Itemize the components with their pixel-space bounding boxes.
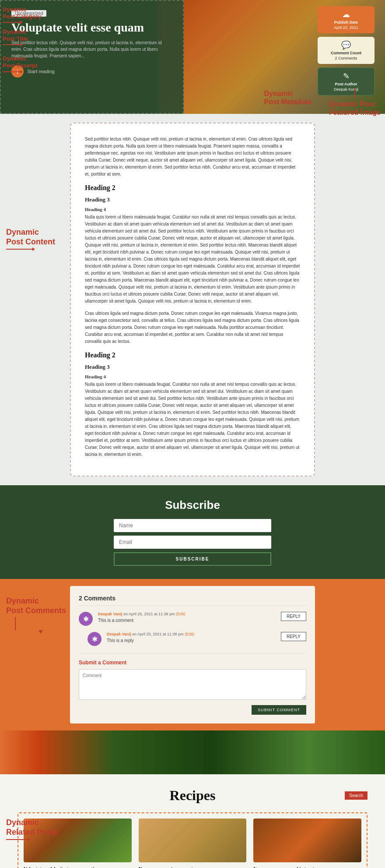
content-p1: Sed porttitor lectus nibh. Quisque velit… (85, 136, 300, 178)
publish-date-card: ☁ Publish Date April 22, 2021 (318, 6, 374, 33)
content-h3-1: Heading 3 (85, 196, 300, 203)
subscribe-button[interactable]: SUBSCRIBE (114, 552, 271, 566)
reply-button-1[interactable]: REPLY (281, 612, 306, 621)
related-posts-grid: Voluptatum delenit atque corrupti Apr 25… (18, 812, 368, 868)
meta-cards: ☁ Publish Date April 22, 2021 💬 Comment … (318, 6, 374, 95)
comment-author-1: Deepak Vanij (98, 612, 122, 616)
comment-edit-1[interactable]: (Edit) (176, 612, 186, 616)
comment-label: Comment Count (322, 51, 370, 55)
content-h3-2: Heading 3 (85, 363, 300, 370)
comment-date-2: on April 25, 2021 at 11:38 pm (132, 632, 185, 636)
cloud-icon: ☁ (322, 10, 370, 19)
content-p4: Nulla quis lorem ut libero malesuada feu… (85, 381, 300, 458)
dynamic-metadata-label: Dynamic Post Metadata (264, 89, 312, 106)
comment-body-2: Deepak Vanij on April 25, 2021 at 11:38 … (107, 632, 276, 643)
content-p2: Nulla quis lorem ut libero malesuada feu… (85, 214, 300, 305)
content-p3: Cras ultrices ligula sed magna dictum po… (85, 310, 300, 345)
dynamic-title-label: Dynamic Post Title (3, 28, 41, 46)
publish-label: Publish Date (322, 20, 370, 25)
subscribe-section: Subscribe SUBSCRIBE (0, 485, 385, 579)
author-label: Post Author (322, 82, 370, 86)
comments-count: 2 Comments (79, 595, 306, 606)
dynamic-excerpt-label: Dynamic Post Excerpt (3, 55, 41, 73)
submit-comment-title: Submit a Comment (79, 660, 306, 666)
search-button[interactable]: Search (345, 791, 368, 800)
comment-avatar-1: ✱ (79, 612, 93, 626)
publish-value: April 22, 2021 (322, 25, 370, 30)
subscribe-form: SUBSCRIBE (114, 519, 271, 566)
post-content-bg: Sed porttitor lectus nibh. Quisque velit… (0, 114, 385, 485)
comments-outer: Dynamic Post Comments 2 Comments ✱ Deepa… (0, 579, 385, 730)
recipes-title: Recipes (170, 787, 216, 804)
hero-section: Dynamic Post Category Dynamic Post Title… (0, 0, 385, 114)
comment-meta-1: Deepak Vanij on April 25, 2021 at 11:38 … (98, 612, 276, 616)
post-content-inner: Sed porttitor lectus nibh. Quisque velit… (70, 123, 315, 476)
content-h4-2: Heading 4 (85, 374, 300, 379)
related-post-3: Itaque earum rerum hic tenetur Apr 25, 2… (253, 819, 361, 868)
content-h4-1: Heading 4 (85, 207, 300, 212)
content-h2-2: Heading 2 (85, 351, 300, 359)
comment-avatar-2: ✱ (88, 632, 102, 646)
related-post-img-2 (139, 819, 247, 862)
submit-comment-button[interactable]: SUBMIT COMMENT (252, 705, 306, 715)
reply-button-2[interactable]: REPLY (281, 632, 306, 641)
comment-meta-2: Deepak Vanij on April 25, 2021 at 11:38 … (107, 632, 276, 636)
comments-inner: 2 Comments ✱ Deepak Vanij on April 25, 2… (70, 586, 315, 723)
page-container: Dynamic Post Category Dynamic Post Title… (0, 0, 385, 868)
dynamic-content-label: Dynamic Post Content (6, 228, 55, 251)
dynamic-category-label: Dynamic Post Category (3, 6, 41, 24)
dynamic-related-posts-label: Dynamic Related Posts (6, 818, 58, 841)
related-post-title-2: Neque porro quisquam est (139, 866, 247, 868)
dynamic-labels-left: Dynamic Post Category Dynamic Post Title… (3, 6, 41, 74)
comment-body-1: Deepak Vanij on April 25, 2021 at 11:38 … (98, 612, 276, 623)
comment-text-2: This is a reply (107, 638, 276, 643)
post-content-section: Sed porttitor lectus nibh. Quisque velit… (0, 114, 385, 485)
email-input[interactable] (114, 536, 271, 549)
related-post-title-1: Voluptatum delenit atque corrupti (24, 866, 132, 868)
comment-author-2: Deepak Vanij (107, 632, 131, 636)
comment-item-1: ✱ Deepak Vanij on April 25, 2021 at 11:3… (79, 612, 306, 626)
comment-text-1: This is a comment (98, 618, 276, 623)
hero-content: Uncategorized Voluptate velit esse quam … (0, 0, 385, 114)
veggie-image-section (0, 730, 385, 774)
comment-value: 2 Comments (322, 56, 370, 60)
comment-icon: 💬 (322, 40, 370, 50)
comment-date-1: on April 25, 2021 at 11:38 pm (123, 612, 176, 616)
related-post-title-3: Itaque earum rerum hic tenetur (253, 866, 361, 868)
content-h2-1: Heading 2 (85, 184, 300, 192)
subscribe-title: Subscribe (9, 498, 376, 512)
comment-textarea[interactable] (79, 669, 306, 700)
comment-item-2: ✱ Deepak Vanij on April 25, 2021 at 11:3… (79, 632, 306, 646)
recipes-section: Recipes Search Dynamic Related Posts Vol… (0, 774, 385, 868)
related-post-2: Neque porro quisquam est Apr 25, 2021 Se… (139, 819, 247, 868)
related-post-img-3 (253, 819, 361, 862)
name-input[interactable] (114, 519, 271, 532)
submit-comment-form: Submit a Comment SUBMIT COMMENT (79, 653, 306, 715)
dynamic-featured-image-label: Dynamic Post Featured Image (329, 88, 381, 116)
author-icon: ✎ (322, 71, 370, 81)
recipes-header: Recipes Search (18, 787, 368, 804)
comment-count-card: 💬 Comment Count 2 Comments (318, 37, 374, 64)
comment-edit-2[interactable]: (Edit) (185, 632, 194, 636)
dynamic-comments-label: Dynamic Post Comments (6, 596, 66, 634)
